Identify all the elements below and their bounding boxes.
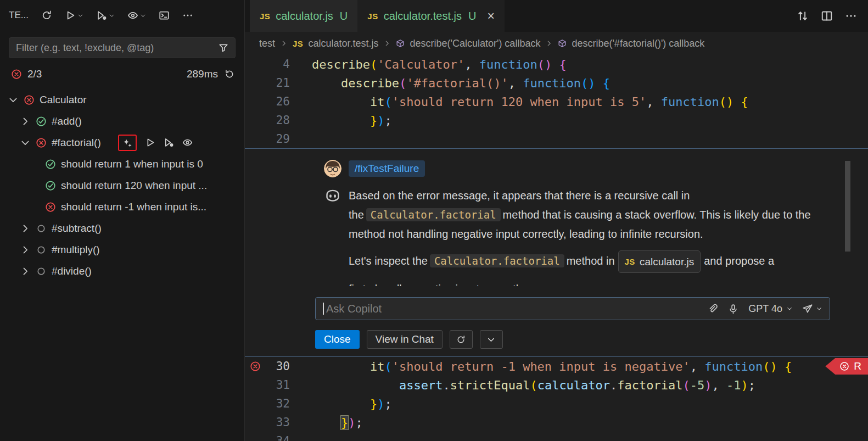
send-button[interactable] [803,304,822,314]
tab-calculator-test-js[interactable]: JS calculator.test.js U × [357,0,505,32]
debug-test-icon[interactable] [164,137,174,148]
tree-item-should-return-1-when-input-is-0[interactable]: should return 1 when input is 0 [0,153,244,175]
code-line-4[interactable]: 4describe('Calculator', function() { [245,55,868,74]
tree-item-should-return-1-when-input-is[interactable]: should return -1 when input is... [0,196,244,217]
filter-icon[interactable] [219,43,228,53]
run-test-icon[interactable] [145,137,155,148]
code-text: }); [290,397,392,411]
chevron-right-icon[interactable] [20,244,31,255]
show-output-icon[interactable] [159,10,170,21]
message-text: Let's inspect the [349,255,428,267]
tree-item-add[interactable]: #add() [0,110,244,132]
history-icon[interactable] [225,69,234,79]
test-label: should return 120 when input ... [61,180,207,192]
run-all-tests-icon[interactable] [65,10,83,21]
test-label: #factorial() [52,137,101,149]
continuous-run-icon[interactable] [182,137,193,148]
code-line-33[interactable]: 33 }); [245,413,868,432]
filter-input[interactable]: Filter (e.g. text, !exclude, @tag) [9,37,236,58]
slash-command-chip[interactable]: /fixTestFailure [349,160,425,177]
test-failure-badge[interactable]: R [825,358,868,375]
split-editor-icon[interactable] [821,10,833,22]
chevron-down-icon [109,13,115,19]
modified-badge: U [340,10,348,23]
js-file-icon: JS [367,12,378,21]
line-number: 28 [266,114,290,127]
chat-input[interactable]: Ask Copilot GPT 4o [315,297,830,320]
file-chip-calculator-js[interactable]: JScalculator.js [618,250,701,273]
code-line-26[interactable]: 26 it('should return 120 when input is 5… [245,92,868,111]
view-in-chat-button[interactable]: View in Chat [367,330,443,349]
test-fail-icon [36,137,47,148]
code-line-32[interactable]: 32 }); [245,394,868,413]
badge-label: R [854,360,861,372]
js-file-icon: JS [625,252,635,271]
tree-item-divide[interactable]: #divide() [0,260,244,282]
code-line-28[interactable]: 28 }); [245,111,868,130]
symbol-cube-icon [396,39,405,48]
model-label: GPT 4o [748,303,782,315]
tree-item-subtract[interactable]: #subtract() [0,217,244,239]
js-file-icon: JS [293,39,303,48]
tree-item-factorial[interactable]: #factorial() [0,132,244,153]
code-text: assert.strictEqual(calculator.factorial(… [290,378,755,392]
js-file-icon: JS [260,12,270,21]
chevron-down-icon [140,13,146,19]
test-pass-icon [45,159,56,170]
code-block-top: 4describe('Calculator', function() {21 d… [245,55,868,148]
close-button[interactable]: Close [315,330,360,349]
regenerate-button[interactable] [450,330,473,349]
chat-buttons-row: Close View in Chat [315,330,868,349]
test-duration: 289ms [187,68,218,80]
refresh-tests-icon[interactable] [41,10,52,21]
code-line-21[interactable]: 21 describe('#factorial()', function() { [245,74,868,92]
test-pass-icon [36,116,47,127]
test-failure-icon[interactable] [250,361,261,372]
compare-changes-icon[interactable] [797,10,809,22]
chevron-down-icon[interactable] [20,137,31,148]
breadcrumb-folder[interactable]: test [259,38,275,49]
breadcrumb-file[interactable]: calculator.test.js [308,38,378,49]
chevron-down-icon[interactable] [8,94,19,105]
line-number: 30 [266,360,290,373]
chevron-right-icon[interactable] [20,266,31,277]
more-actions-icon[interactable] [182,10,193,21]
tab-calculator-js[interactable]: JS calculator.js U [250,0,357,32]
attach-context-icon[interactable] [708,304,718,314]
inline-chat-widget: /fixTestFailure Based on the error messa… [245,148,868,357]
test-explorer-toolbar: TE... [0,0,244,31]
tree-item-calculator[interactable]: Calculator [0,89,244,110]
test-pending-icon [36,223,47,234]
tab-label: calculator.test.js [384,10,462,23]
line-number: 32 [266,397,290,410]
message-text: and propose a [704,255,774,267]
inline-code-chip: Calculator.factorial [430,254,564,267]
chevron-right-icon[interactable] [20,223,31,234]
chat-input-actions: GPT 4o [708,303,822,315]
breadcrumb-symbol[interactable]: describe('Calculator') callback [410,38,540,49]
test-label: #multiply() [52,244,100,256]
close-tab-icon[interactable]: × [487,10,494,23]
fix-with-copilot-icon[interactable] [122,138,132,148]
more-options-button[interactable] [480,330,503,349]
test-explorer-sidebar: TE... Filter (e.g. text, !exclude, @tag)… [0,0,245,441]
breadcrumb-symbol[interactable]: describe('#factorial()') callback [572,38,704,49]
test-label: #subtract() [52,222,102,235]
more-actions-icon[interactable] [845,10,857,22]
code-line-34[interactable]: 34 [245,432,868,441]
line-number: 31 [266,378,290,392]
tree-item-multiply[interactable]: #multiply() [0,239,244,260]
chat-scrollbar[interactable] [845,161,850,252]
tree-item-should-return-120-when-input[interactable]: should return 120 when input ... [0,175,244,196]
text-caret [323,303,324,315]
debug-all-tests-icon[interactable] [96,10,115,21]
code-line-29[interactable]: 29 [245,130,868,148]
code-line-31[interactable]: 31 assert.strictEqual(calculator.factori… [245,376,868,394]
chevron-right-icon[interactable] [20,116,31,127]
chevron-right-icon [280,40,288,47]
watch-tests-icon[interactable] [127,10,146,21]
code-line-30[interactable]: 30 it('should return -1 when input is ne… [245,357,868,376]
model-picker[interactable]: GPT 4o [748,303,793,315]
mic-icon[interactable] [728,304,738,314]
line-number: 21 [266,76,290,90]
